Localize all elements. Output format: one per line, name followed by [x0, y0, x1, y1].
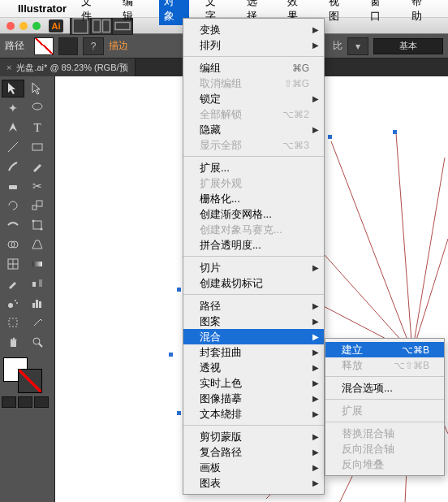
tool-pen[interactable]: [2, 119, 24, 136]
tool-lasso[interactable]: [26, 99, 49, 117]
help-button[interactable]: ?: [83, 37, 104, 55]
fill-stroke-swatch[interactable]: [2, 356, 47, 393]
menu-edit[interactable]: 编辑: [118, 0, 148, 25]
menu-item-label: 混合选项...: [342, 381, 429, 396]
object-menu-item-5[interactable]: 锁定▶: [183, 91, 324, 106]
blend-submenu: 建立⌥⌘B释放⌥⇧⌘B混合选项...扩展替换混合轴反向混合轴反向堆叠: [325, 338, 445, 476]
tool-scale[interactable]: [26, 197, 49, 214]
tool-slice[interactable]: [26, 314, 49, 331]
object-menu-item-32[interactable]: 图表▶: [183, 475, 324, 491]
minimize-window-button[interactable]: [19, 22, 28, 30]
anchor-handle[interactable]: [393, 130, 397, 134]
blend-submenu-item-7: 替换混合轴: [325, 426, 444, 441]
submenu-arrow-icon: ▶: [312, 25, 319, 34]
tool-brush[interactable]: [2, 158, 24, 175]
object-menu-item-17[interactable]: 切片▶: [183, 260, 324, 275]
object-menu-item-0[interactable]: 变换▶: [183, 22, 324, 37]
tool-eyedropper[interactable]: [2, 275, 24, 292]
tool-line[interactable]: [2, 138, 24, 156]
blend-submenu-item-0[interactable]: 建立⌥⌘B: [325, 342, 444, 357]
tool-type[interactable]: T: [26, 119, 49, 136]
menu-item-label: 创建裁切标记: [200, 276, 309, 291]
object-menu-item-12[interactable]: 栅格化...: [183, 191, 324, 206]
menu-item-label: 扩展外观: [200, 176, 309, 191]
zoom-window-button[interactable]: [32, 22, 41, 30]
object-menu-item-22[interactable]: 混合▶: [183, 329, 324, 344]
document-tab[interactable]: × 光盘.ai* @ 89.23% (RGB/预: [0, 58, 136, 76]
tool-blend[interactable]: [26, 275, 49, 292]
object-menu-item-1[interactable]: 排列▶: [183, 37, 324, 53]
object-menu-item-4: 取消编组⇧⌘G: [183, 76, 324, 91]
menu-item-label: 全部解锁: [200, 107, 263, 122]
menu-item-shortcut: ⌥⌘B: [402, 344, 429, 356]
fill-swatch[interactable]: [34, 37, 54, 55]
document-tab-label: 光盘.ai* @ 89.23% (RGB/预: [16, 62, 127, 74]
object-menu-item-31[interactable]: 画板▶: [183, 460, 324, 475]
tool-scissors[interactable]: ✂: [26, 177, 49, 195]
menu-item-label: 取消编组: [200, 76, 265, 91]
object-menu-item-25[interactable]: 实时上色▶: [183, 375, 324, 391]
tool-symbol-sprayer[interactable]: [2, 294, 24, 312]
tool-perspective[interactable]: [26, 236, 49, 253]
tool-eraser[interactable]: [2, 177, 24, 195]
anchor-handle[interactable]: [328, 135, 332, 139]
object-menu-item-27[interactable]: 文本绕排▶: [183, 406, 324, 422]
svg-line-5: [8, 142, 18, 152]
tool-zoom[interactable]: [26, 333, 49, 351]
tool-mesh[interactable]: [2, 255, 24, 273]
menu-item-label: 栅格化...: [200, 192, 309, 206]
menu-view[interactable]: 视图: [324, 0, 354, 25]
object-menu-item-18[interactable]: 创建裁切标记: [183, 275, 324, 291]
menu-item-label: 建立: [342, 343, 382, 357]
object-menu-item-15[interactable]: 拼合透明度...: [183, 237, 324, 253]
object-menu-item-23[interactable]: 封套扭曲▶: [183, 344, 324, 360]
object-menu-item-26[interactable]: 图像描摹▶: [183, 391, 324, 406]
object-menu-item-20[interactable]: 路径▶: [183, 298, 324, 314]
draw-inside-icon[interactable]: [34, 396, 49, 408]
menu-help[interactable]: 帮助: [407, 0, 437, 25]
menu-window[interactable]: 窗口: [365, 0, 395, 25]
object-menu-item-24[interactable]: 透视▶: [183, 360, 324, 375]
tool-hand[interactable]: [2, 333, 24, 351]
stroke-swatch[interactable]: [58, 37, 78, 55]
tool-rectangle[interactable]: [26, 138, 49, 156]
anchor-handle[interactable]: [177, 411, 181, 415]
tool-free-transform[interactable]: [26, 216, 49, 234]
tool-gradient[interactable]: [26, 255, 49, 273]
brush-definition-select[interactable]: 基本: [373, 38, 443, 54]
ratio-dropdown[interactable]: ▾: [347, 37, 368, 55]
object-menu-item-30[interactable]: 复合路径▶: [183, 444, 324, 460]
menu-file[interactable]: 文件: [76, 0, 106, 25]
object-menu-item-13[interactable]: 创建渐变网格...: [183, 206, 324, 222]
menu-item-label: 隐藏: [200, 123, 309, 137]
anchor-handle[interactable]: [169, 353, 173, 357]
tool-width[interactable]: [2, 216, 24, 234]
tool-direct-selection[interactable]: [26, 80, 49, 97]
object-menu-item-3[interactable]: 编组⌘G: [183, 60, 324, 76]
tool-rotate[interactable]: [2, 197, 24, 214]
stroke-color-swatch[interactable]: [18, 369, 42, 393]
draw-behind-icon[interactable]: [18, 396, 32, 408]
tool-artboard[interactable]: [2, 314, 24, 331]
blend-submenu-item-3[interactable]: 混合选项...: [325, 380, 444, 396]
object-menu-item-21[interactable]: 图案▶: [183, 314, 324, 329]
tool-shape-builder[interactable]: [2, 236, 24, 253]
anchor-handle[interactable]: [177, 288, 181, 292]
svg-rect-10: [33, 221, 41, 229]
menu-item-label: 封套扭曲: [200, 345, 309, 360]
object-menu-item-10[interactable]: 扩展...: [183, 160, 324, 175]
tool-magic-wand[interactable]: ✦: [2, 99, 24, 117]
tool-graph[interactable]: [26, 294, 49, 312]
close-window-button[interactable]: [6, 22, 15, 30]
close-tab-icon[interactable]: ×: [6, 63, 11, 72]
menu-item-label: 编组: [200, 61, 273, 76]
object-menu-item-7[interactable]: 隐藏▶: [183, 122, 324, 137]
svg-rect-25: [36, 300, 38, 308]
object-menu-item-29[interactable]: 剪切蒙版▶: [183, 429, 324, 444]
ai-logo-icon: Ai: [49, 19, 63, 32]
tool-selection[interactable]: [2, 80, 24, 97]
app-name[interactable]: Illustrator: [18, 2, 67, 15]
draw-normal-icon[interactable]: [2, 396, 16, 408]
menu-item-label: 排列: [200, 38, 309, 53]
tool-pencil[interactable]: [26, 158, 49, 175]
